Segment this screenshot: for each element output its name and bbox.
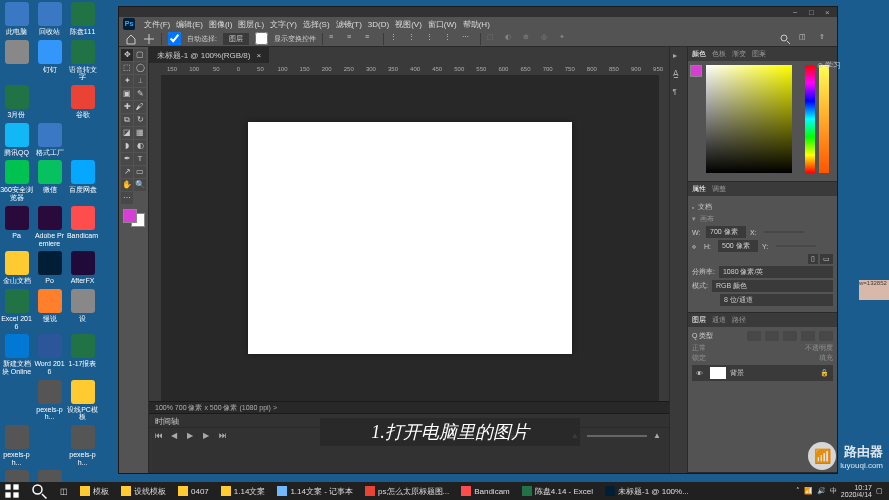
taskbar-item[interactable]: 设线模板 <box>115 482 172 500</box>
tray-volume-icon[interactable]: 🔊 <box>817 487 826 495</box>
lock-icon[interactable]: 🔒 <box>820 369 829 377</box>
desktop-icon[interactable]: pexels-ph... <box>33 380 66 421</box>
more-icon[interactable]: ⋯ <box>462 33 474 45</box>
orientation-landscape-icon[interactable]: ▭ <box>820 254 833 264</box>
menu-item[interactable]: 选择(S) <box>300 20 333 29</box>
canvas[interactable] <box>248 122 572 354</box>
minimize-button[interactable]: − <box>793 8 801 16</box>
clock[interactable]: 10:17 2020/4/14 <box>841 484 872 498</box>
taskbar-item[interactable]: 模板 <box>74 482 115 500</box>
align-center-icon[interactable]: ≡ <box>347 33 359 45</box>
desktop-icon[interactable]: 新建文档块 Online <box>0 334 33 375</box>
maximize-button[interactable]: □ <box>809 8 817 16</box>
desktop-icon[interactable]: pexels-ph... <box>0 425 33 466</box>
layer-filter-icon[interactable] <box>801 331 815 341</box>
desktop-icon[interactable]: 360安全浏览器 <box>0 160 33 201</box>
tab-close-icon[interactable]: × <box>256 51 261 60</box>
link-icon[interactable]: ⎆ <box>692 243 700 250</box>
pen-tool[interactable]: ✒ <box>121 153 133 165</box>
scrollbar-vertical[interactable] <box>659 75 669 401</box>
x-value[interactable] <box>764 231 804 233</box>
hue-slider[interactable] <box>805 65 815 173</box>
color-swatch[interactable] <box>123 209 145 227</box>
search-button[interactable] <box>24 482 54 500</box>
desktop-icon[interactable]: Pa <box>0 206 33 240</box>
healing-tool[interactable]: ✚ <box>121 101 133 113</box>
history-brush-tool[interactable]: ↻ <box>134 114 146 126</box>
artboard-tool[interactable]: ▢ <box>134 49 146 61</box>
tray-network-icon[interactable]: 📶 <box>804 487 813 495</box>
workspace-icon[interactable]: ◫ <box>799 33 811 45</box>
desktop-icon[interactable]: 1-17报表 <box>66 334 99 368</box>
zoom-tool[interactable]: 🔍 <box>134 179 146 191</box>
3d-mode-icon[interactable]: ◎ <box>541 33 553 45</box>
menu-item[interactable]: 文字(Y) <box>267 20 300 29</box>
taskbar-item[interactable]: 1.14文案 - 记事本 <box>271 482 359 500</box>
bits-value[interactable]: 8 位/通道 <box>720 294 833 306</box>
desktop-icon[interactable]: 谷歌 <box>66 85 99 119</box>
canvas-workspace[interactable] <box>161 75 659 401</box>
visibility-icon[interactable]: 👁 <box>696 370 706 377</box>
desktop-icon[interactable] <box>0 40 33 66</box>
distribute-icon[interactable]: ⋮ <box>390 33 402 45</box>
desktop-icon[interactable]: Adobe Premiere <box>33 206 66 247</box>
properties-tab[interactable]: 属性 <box>692 184 706 194</box>
distribute-icon[interactable]: ⋮ <box>444 33 456 45</box>
search-icon[interactable] <box>779 33 791 45</box>
desktop-icon[interactable]: 回收站 <box>33 2 66 36</box>
adjustments-tab[interactable]: 调整 <box>712 184 726 194</box>
3d-mode-icon[interactable]: ✦ <box>559 33 571 45</box>
clone-tool[interactable]: ⧉ <box>121 114 133 126</box>
desktop-icon[interactable]: 陈盘111 <box>66 2 99 36</box>
type-tool[interactable]: T <box>134 153 146 165</box>
swatches-tab[interactable]: 色板 <box>712 49 726 59</box>
move-tool-icon[interactable] <box>143 33 155 45</box>
brightness-slider[interactable] <box>819 65 829 173</box>
dodge-tool[interactable]: ◐ <box>134 140 146 152</box>
desktop-icon[interactable]: 百度网盘 <box>66 160 99 194</box>
desktop-icon[interactable]: Po <box>33 251 66 285</box>
blur-tool[interactable]: ◗ <box>121 140 133 152</box>
taskbar-item[interactable]: 0407 <box>172 482 215 500</box>
layers-tab[interactable]: 图层 <box>692 315 706 325</box>
tray-up-icon[interactable]: ˄ <box>796 487 800 495</box>
color-tab[interactable]: 颜色 <box>692 49 706 59</box>
shape-tool[interactable]: ▭ <box>134 166 146 178</box>
close-button[interactable]: × <box>825 8 833 16</box>
menu-item[interactable]: 文件(F) <box>141 20 173 29</box>
home-icon[interactable] <box>125 33 137 45</box>
tray-ime-icon[interactable]: 中 <box>830 486 837 496</box>
taskbar-item[interactable]: 1.14文案 <box>215 482 272 500</box>
3d-mode-icon[interactable]: ◐ <box>505 33 517 45</box>
gradient-tool[interactable]: ▦ <box>134 127 146 139</box>
desktop-icon[interactable]: 3月份 <box>0 85 33 119</box>
taskbar-item[interactable]: ps怎么太原标题图... <box>359 482 455 500</box>
desktop-icon[interactable]: 钉钉 <box>33 40 66 74</box>
desktop-icon[interactable] <box>0 380 33 406</box>
desktop-icon[interactable] <box>33 85 66 111</box>
distribute-icon[interactable]: ⋮ <box>426 33 438 45</box>
crop-tool[interactable]: ⟂ <box>134 75 146 87</box>
layer-filter-icon[interactable] <box>747 331 761 341</box>
layer-row[interactable]: 👁 背景 🔒 <box>692 365 833 381</box>
channels-tab[interactable]: 通道 <box>712 315 726 325</box>
menu-item[interactable]: 帮助(H) <box>460 20 493 29</box>
auto-select-mode[interactable]: 图层 <box>223 33 249 45</box>
start-button[interactable] <box>4 483 20 499</box>
auto-select-checkbox[interactable] <box>168 32 181 45</box>
desktop-icon[interactable]: 慢说 <box>33 289 66 323</box>
timeline-first-icon[interactable]: ⏮ <box>155 431 165 441</box>
desktop-icon[interactable]: AfterFX <box>66 251 99 285</box>
notifications-icon[interactable]: ▢ <box>876 487 883 495</box>
dock-icon[interactable]: ▸ <box>673 51 685 63</box>
more-tools[interactable]: ⋯ <box>121 192 133 204</box>
desktop-icon[interactable]: Excel 2016 <box>0 289 33 330</box>
move-tool[interactable]: ✥ <box>121 49 133 61</box>
desktop-icon[interactable] <box>33 425 66 451</box>
char-panel-icon[interactable]: A̲ <box>673 69 685 81</box>
desktop-icon[interactable]: 腾讯QQ <box>0 123 33 157</box>
lasso-tool[interactable]: ◯ <box>134 62 146 74</box>
path-tool[interactable]: ↗ <box>121 166 133 178</box>
menu-item[interactable]: 图层(L) <box>235 20 267 29</box>
blend-mode[interactable]: 正常 <box>692 343 801 353</box>
